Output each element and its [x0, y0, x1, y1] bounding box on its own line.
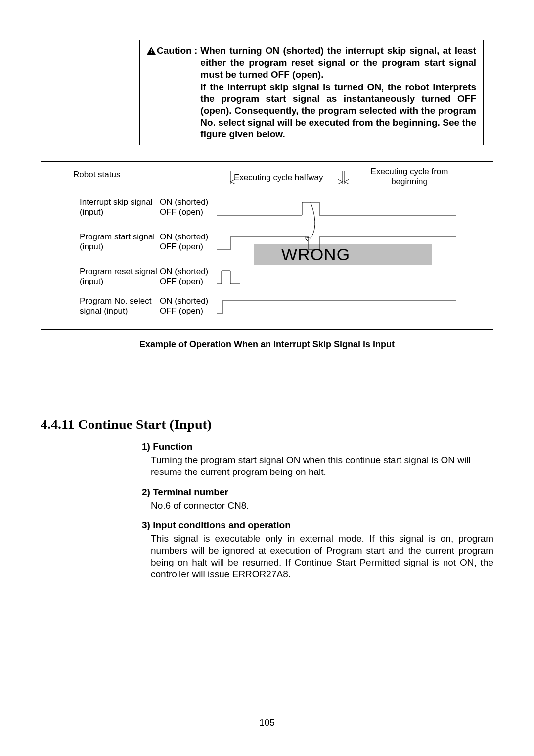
timing-diagram: Robot status Executing cycle halfway Exe… [41, 161, 493, 330]
page-number: 105 [0, 717, 534, 728]
warning-triangle-icon [147, 47, 156, 55]
caution-label-wrap: Caution : [147, 45, 200, 57]
wrong-label: WRONG [281, 245, 350, 264]
caution-box: Caution : When turning ON (shorted) the … [139, 40, 484, 145]
svg-line-6 [338, 182, 343, 184]
section-heading: 4.4.11 Continue Start (Input) [41, 417, 493, 432]
sub-function-head: 1) Function [142, 441, 493, 452]
svg-line-5 [338, 179, 343, 182]
timing-svg [41, 162, 491, 329]
svg-line-4 [230, 182, 235, 184]
svg-line-3 [230, 179, 235, 182]
svg-line-8 [344, 182, 349, 184]
caution-label: Caution : [157, 45, 197, 57]
sub-conditions-head: 3) Input conditions and operation [142, 520, 493, 531]
subsections: 1) Function Turning the program start si… [142, 441, 493, 580]
diagram-caption: Example of Operation When an Interrupt S… [41, 339, 493, 350]
caution-paragraph-1: When turning ON (shorted) the interrupt … [200, 46, 476, 80]
sub-terminal-body: No.6 of connector CN8. [151, 500, 493, 512]
sub-terminal-head: 2) Terminal number [142, 487, 493, 498]
svg-line-7 [344, 179, 349, 182]
document-page: Caution : When turning ON (shorted) the … [0, 0, 534, 756]
caution-text: When turning ON (shorted) the interrupt … [200, 45, 476, 140]
sub-conditions-body: This signal is executable only in extern… [151, 533, 493, 580]
caution-paragraph-2: If the interrupt skip signal is turned O… [200, 81, 476, 140]
caution-row: Caution : When turning ON (shorted) the … [147, 45, 476, 140]
sub-function-body: Turning the program start signal ON when… [151, 454, 493, 478]
